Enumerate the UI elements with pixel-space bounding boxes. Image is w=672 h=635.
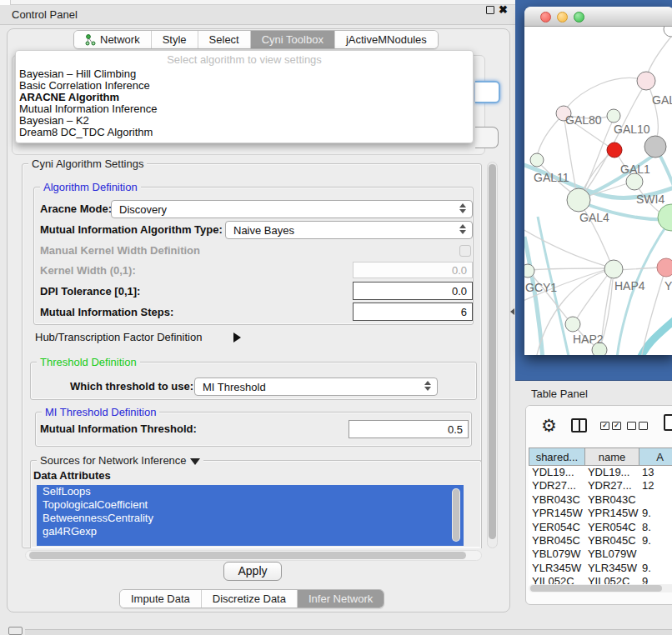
which-threshold-combobox[interactable]: MI Threshold — [194, 378, 438, 396]
tab-label: Cyni Toolbox — [262, 33, 323, 46]
sources-title[interactable]: Sources for Network Inference — [37, 454, 203, 467]
network-node[interactable] — [664, 27, 672, 37]
table-horizontal-scrollbar[interactable] — [529, 584, 672, 592]
settings-horizontal-scrollbar[interactable] — [25, 550, 482, 561]
mi-threshold-definition-title: MI Threshold Definition — [42, 406, 159, 418]
attribute-item[interactable]: TopologicalCoefficient — [37, 498, 464, 512]
network-node[interactable] — [626, 173, 643, 190]
table-row[interactable]: YBR043CYBR043C — [529, 493, 672, 507]
data-attributes-list[interactable]: SelfLoopsTopologicalCoefficientBetweenne… — [37, 485, 464, 546]
node-label: GAL10 — [614, 122, 650, 136]
panel-resize-grip[interactable] — [510, 308, 514, 315]
dropdown-item[interactable]: Mutual Information Inference — [19, 103, 469, 115]
threshold-definition-title: Threshold Definition — [37, 356, 140, 368]
dropdown-item[interactable]: ARACNE Algorithm — [19, 92, 469, 103]
column-header[interactable]: name — [584, 448, 639, 466]
algorithm-combobox-fragment[interactable] — [475, 81, 500, 103]
table-cell: YBR043C — [529, 493, 584, 507]
columns-icon[interactable] — [571, 418, 587, 432]
tab-discretize-data[interactable]: Discretize Data — [202, 590, 298, 608]
dpi-tolerance-field[interactable]: 0.0 — [353, 282, 473, 300]
hub-transcription-factor-label[interactable]: Hub/Transcription Factor Definition — [35, 328, 202, 347]
network-node[interactable] — [524, 264, 534, 278]
network-node[interactable] — [565, 317, 580, 332]
table-cell: 9. — [639, 562, 672, 575]
dropdown-item[interactable]: Bayesian – K2 — [19, 115, 469, 127]
table-row[interactable]: YBL079WYBL079W — [529, 548, 672, 561]
network-node[interactable] — [637, 72, 655, 90]
table-cell: YLR345W — [529, 562, 584, 575]
tab-select[interactable]: Select — [198, 31, 251, 48]
mi-threshold-field[interactable]: 0.5 — [349, 420, 469, 438]
table-row[interactable]: YPR145WYPR145W9. — [529, 507, 672, 520]
network-window[interactable]: GALGAL80GAL10GAL11GAL1SWI4GAL4GCY1HAP4YH… — [524, 7, 672, 355]
network-node[interactable] — [644, 136, 666, 158]
table-cell: 12 — [639, 479, 672, 492]
kernel-width-field[interactable]: 0.0 — [353, 262, 473, 278]
column-header[interactable]: shared... — [529, 448, 584, 466]
tab-style[interactable]: Style — [152, 31, 198, 48]
mi-steps-field[interactable]: 6 — [353, 302, 473, 321]
column-header[interactable]: A — [639, 448, 672, 466]
table-cell: YLR345W — [584, 562, 639, 575]
tab-cyni-toolbox[interactable]: Cyni Toolbox — [251, 31, 335, 48]
table-header-row: shared...nameA — [529, 448, 672, 466]
table-row[interactable]: YDR27...YDR27...12 — [529, 479, 672, 492]
network-node[interactable] — [607, 142, 622, 158]
table-cell: YBR045C — [584, 534, 639, 548]
deselect-all-icon[interactable] — [627, 422, 648, 430]
tab-jactivemnodules[interactable]: jActiveMNodules — [335, 31, 438, 48]
network-node[interactable] — [658, 204, 672, 231]
settings-vertical-scrollbar[interactable] — [487, 162, 498, 548]
table-row[interactable]: YBR045CYBR045C9. — [529, 534, 672, 548]
mi-algorithm-type-label: Mutual Information Algorithm Type: — [40, 221, 223, 239]
table-cell: YBL079W — [584, 548, 639, 561]
zoom-window-icon[interactable] — [574, 12, 584, 22]
dropdown-item[interactable]: Bayesian – Hill Climbing — [19, 68, 469, 80]
close-panel-icon[interactable]: ✖ — [499, 3, 508, 16]
attribute-item[interactable]: SelfLoops — [37, 485, 464, 498]
close-window-icon[interactable] — [540, 12, 551, 22]
mi-algorithm-type-combobox[interactable]: Naive Bayes — [225, 221, 473, 239]
network-node[interactable] — [607, 109, 620, 122]
list-scrollbar[interactable] — [452, 488, 460, 542]
table-cell: YER054C — [584, 521, 639, 534]
export-table-icon[interactable] — [664, 414, 672, 431]
aracne-mode-combobox[interactable]: Discovery — [111, 200, 473, 218]
table-cell: YDR27... — [584, 479, 639, 492]
select-all-icon[interactable]: ✓✓ — [600, 422, 621, 430]
table-cell: YBR045C — [529, 534, 584, 548]
mi-threshold-label: Mutual Information Threshold: — [40, 420, 197, 438]
table-row[interactable]: YDL19...YDL19...13 — [529, 466, 672, 479]
minimize-window-icon[interactable] — [557, 12, 568, 22]
tab-impute-data[interactable]: Impute Data — [120, 590, 202, 608]
network-node[interactable] — [604, 260, 623, 278]
table-row[interactable]: YLR345WYLR345W9. — [529, 562, 672, 575]
panel-dock-icon[interactable] — [8, 627, 23, 635]
network-node[interactable] — [657, 258, 672, 277]
table-panel: ⚙ ✓✓ shared...nameAYDL19...YDL19...13YDR… — [525, 405, 672, 605]
attribute-item[interactable]: gal4RGexp — [37, 525, 464, 538]
attribute-item[interactable]: BetweennessCentrality — [37, 512, 464, 525]
table-data-combobox-fragment[interactable] — [475, 127, 499, 148]
network-window-titlebar[interactable] — [524, 7, 672, 27]
tab-label: Infer Network — [308, 592, 373, 605]
tab-infer-network[interactable]: Infer Network — [298, 590, 384, 608]
manual-kernel-width-checkbox[interactable] — [459, 245, 471, 257]
dropdown-item[interactable]: Basic Correlation Inference — [19, 80, 469, 92]
float-panel-icon[interactable] — [486, 6, 494, 14]
network-node[interactable] — [567, 188, 590, 212]
network-canvas[interactable]: GALGAL80GAL10GAL11GAL1SWI4GAL4GCY1HAP4YH… — [524, 27, 672, 355]
network-edge — [564, 120, 578, 198]
network-edge — [524, 228, 605, 266]
dropdown-item[interactable]: Dream8 DC_TDC Algorithm — [19, 127, 469, 138]
kernel-width-label: Kernel Width (0,1): — [40, 262, 136, 280]
network-node[interactable] — [530, 153, 544, 167]
table-row[interactable]: YER054CYER054C8. — [529, 521, 672, 534]
table-cell: YBL079W — [529, 548, 584, 561]
settings-gear-icon[interactable]: ⚙ — [541, 416, 557, 436]
mi-algorithm-type-value: Naive Bayes — [233, 224, 294, 237]
expand-arrow-icon[interactable] — [233, 332, 241, 342]
tab-network[interactable]: Network — [74, 31, 152, 48]
apply-button[interactable]: Apply — [223, 562, 282, 581]
